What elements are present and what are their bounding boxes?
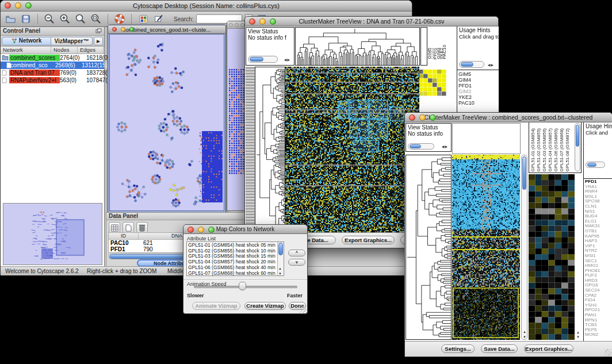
main-title-bar[interactable]: Cytoscape Desktop (Session Name: collins…	[1, 1, 412, 12]
zoom-in-button[interactable]	[59, 13, 71, 25]
save-data-button[interactable]: Save Data...	[481, 344, 518, 353]
scrollbar-thumb[interactable]	[410, 144, 421, 148]
scroll-up-icon[interactable]: ▲	[523, 330, 526, 334]
row-label[interactable]: PFD1	[458, 83, 475, 89]
window-controls[interactable]	[5, 2, 32, 9]
zoom-out-button[interactable]	[43, 13, 56, 25]
scroll-up-icon[interactable]: ▲	[278, 267, 282, 270]
scrollbar-thumb[interactable]	[461, 62, 473, 67]
dialog-title-bar[interactable]: Map Colors to Network	[183, 225, 307, 234]
network-row[interactable]: combined_scores 2764(0) 16218(0)	[1, 54, 104, 62]
scrollbar-thumb[interactable]	[587, 163, 596, 167]
help-button[interactable]	[113, 13, 126, 25]
matrix-network-view[interactable]	[228, 29, 244, 210]
settings-button[interactable]: Settings...	[441, 344, 475, 353]
birdseye-canvas[interactable]	[3, 204, 102, 265]
close-icon[interactable]	[409, 114, 415, 121]
tab-network[interactable]: Network	[2, 37, 51, 45]
treeview1-title-bar[interactable]: ClusterMaker TreeView : DNA and Tran 07-…	[245, 17, 498, 26]
row-label[interactable]: PAC10	[458, 100, 475, 106]
delete-attribute-button[interactable]	[136, 222, 148, 233]
close-icon[interactable]	[112, 27, 117, 32]
inactive-title-bar[interactable]	[227, 21, 245, 29]
row-overview-strip[interactable]	[246, 67, 255, 242]
col-id[interactable]: ID	[109, 233, 139, 239]
network-overview-panel[interactable]	[3, 203, 102, 265]
zoom-window-icon[interactable]	[129, 27, 134, 32]
zoom-fit-button[interactable]	[90, 13, 102, 25]
float-panel-icon[interactable]	[95, 28, 102, 34]
main-heatmap-canvas[interactable]	[452, 155, 520, 340]
row-label[interactable]: GIM3	[458, 89, 475, 94]
close-icon[interactable]	[249, 18, 255, 25]
network-view[interactable]	[109, 34, 224, 211]
export-graphics-button[interactable]: Export Graphics...	[524, 344, 573, 353]
window-controls[interactable]	[249, 18, 276, 25]
status-scrollbar[interactable]	[408, 143, 434, 150]
slider-thumb[interactable]	[239, 282, 246, 290]
export-graphics-button[interactable]: Export Graphics...	[342, 236, 395, 244]
row-label[interactable]: GIM4	[458, 77, 475, 83]
move-down-button[interactable]: v	[288, 259, 305, 266]
main-heatmap-canvas[interactable]	[285, 67, 419, 242]
resize-grip[interactable]	[605, 349, 611, 356]
gene-label[interactable]: MON2	[585, 332, 600, 338]
row-label[interactable]: GIM5	[458, 71, 475, 77]
resize-grip[interactable]	[300, 306, 307, 313]
network-window-title-bar[interactable]: combined_scores_good.txt--cluste...	[108, 25, 225, 34]
minimize-icon[interactable]	[15, 2, 21, 9]
save-session-button[interactable]	[20, 13, 32, 25]
zoom-window-icon[interactable]	[270, 18, 276, 25]
network-row[interactable]: RNAPuberNov2+I 563(0) 107847(0)	[1, 76, 104, 84]
row-dendrogram-canvas[interactable]	[255, 67, 285, 242]
col-nodes[interactable]: Nodes	[51, 47, 78, 53]
hints-scrollbar[interactable]	[586, 162, 605, 168]
background-network-window[interactable]	[227, 21, 246, 211]
minimize-icon[interactable]	[198, 227, 204, 233]
scrollbar-thumb[interactable]	[250, 57, 263, 62]
minimize-icon[interactable]	[259, 18, 266, 25]
window-controls[interactable]	[188, 227, 215, 233]
attribute-select-button[interactable]	[109, 222, 120, 233]
window-controls[interactable]	[112, 27, 134, 32]
scroll-arrows-icon[interactable]: ◀▶	[488, 63, 494, 67]
scroll-down-icon[interactable]: ▼	[278, 272, 282, 275]
animate-vizmap-button[interactable]: Animate Vizmap	[192, 302, 240, 310]
col-network[interactable]: Network	[1, 47, 51, 53]
scroll-up-icon[interactable]: ▲	[576, 331, 580, 334]
status-scrollbar[interactable]	[248, 56, 278, 63]
create-vizmap-button[interactable]: Create Vizmap	[244, 302, 286, 310]
similarity-heatmap-canvas[interactable]	[419, 70, 446, 96]
minimize-icon[interactable]	[121, 27, 125, 32]
network-row-selected[interactable]: combined_sco 2569(6) 13112(15)	[1, 62, 104, 69]
network-row[interactable]: DNA and Tran 07 769(0) 183728(0)	[1, 69, 104, 76]
row-dendrogram-pane[interactable]	[406, 155, 452, 340]
network-canvas[interactable]	[110, 35, 224, 210]
row-dendrogram-canvas[interactable]	[406, 155, 451, 339]
attribute-item[interactable]: GPL51-07 (GSM868) heat shock 60 min	[188, 271, 284, 277]
annotation-button[interactable]	[152, 13, 165, 25]
zoom-selected-button[interactable]	[74, 13, 87, 25]
close-icon[interactable]	[5, 2, 11, 9]
column-dendrogram-pane[interactable]	[295, 27, 420, 66]
row-dendrogram-pane[interactable]	[255, 67, 285, 242]
treeview2-title-bar[interactable]: ClusterMaker TreeView : combined_scores_…	[405, 113, 612, 122]
heatmap-vscrollbar[interactable]: ▲ ▼	[521, 155, 527, 340]
scroll-down-icon[interactable]: ▼	[523, 335, 526, 339]
scrollbar-thumb[interactable]	[576, 125, 579, 147]
scrollbar-thumb[interactable]	[522, 156, 526, 190]
minimize-icon[interactable]	[235, 23, 239, 27]
new-attribute-button[interactable]	[123, 222, 134, 233]
labels-scrollbar[interactable]	[575, 123, 580, 171]
row-label[interactable]: YKE2	[458, 94, 475, 100]
list-scrollbar[interactable]: ▲ ▼	[277, 242, 284, 275]
zoom-window-icon[interactable]	[240, 23, 244, 27]
zoomed-heatmap-canvas[interactable]	[529, 174, 575, 340]
attribute-list[interactable]: GPL51-01 (GSM854) heat shock 05 minGPL51…	[186, 242, 284, 276]
column-dendrogram-canvas[interactable]	[296, 28, 419, 65]
hints-scrollbar[interactable]	[459, 61, 484, 68]
scrollbar-thumb[interactable]	[278, 243, 283, 255]
close-icon[interactable]	[229, 23, 233, 27]
zoom-window-icon[interactable]	[25, 2, 32, 9]
move-up-button[interactable]: ^	[288, 250, 305, 256]
